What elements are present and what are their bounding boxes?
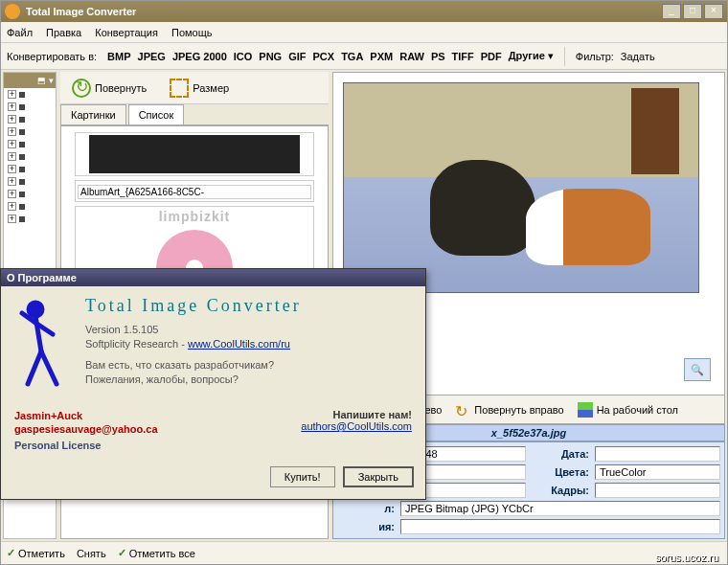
- list-item[interactable]: [75, 132, 314, 176]
- dialog-buttons: Купить! Закрыть: [1, 461, 425, 499]
- authors-link[interactable]: authors@CoolUtils.com: [301, 420, 412, 432]
- company-link[interactable]: www.CoolUtils.com/ru: [188, 338, 290, 350]
- feedback-line2: Пожелания, жалобы, вопросы?: [85, 373, 412, 385]
- write-us: Напишите нам! authors@CoolUtils.com: [301, 409, 412, 436]
- expand-icon[interactable]: +: [8, 90, 16, 99]
- stickman-icon: [14, 296, 72, 392]
- meta-frames-label: Кадры:: [532, 485, 589, 496]
- license-type: Personal License: [1, 440, 425, 461]
- folder-icon: [19, 167, 25, 172]
- expand-icon[interactable]: +: [8, 190, 16, 198]
- check-icon: ✓: [118, 547, 126, 559]
- tab-thumbnails[interactable]: Картинки: [60, 104, 126, 124]
- fmt-bmp[interactable]: BMP: [107, 51, 130, 62]
- dialog-text: Total Image Converter Version 1.5.105 So…: [85, 296, 412, 392]
- preview-image: [343, 82, 699, 293]
- format-toolbar: Конвертировать в: BMP JPEG JPEG 2000 ICO…: [1, 43, 727, 70]
- zoom-button[interactable]: 🔍: [684, 358, 711, 381]
- meta-value: TrueColor: [595, 464, 720, 480]
- close-button[interactable]: ×: [704, 4, 723, 19]
- about-dialog: О Программе Total Image Converter Versio…: [0, 268, 426, 500]
- expand-icon[interactable]: +: [8, 165, 16, 173]
- folder-icon: [19, 129, 25, 135]
- check-icon: ✓: [7, 547, 15, 559]
- expand-icon[interactable]: +: [8, 140, 16, 148]
- rotate-right-button[interactable]: Повернуть вправо: [455, 402, 563, 418]
- fmt-tiff[interactable]: TIFF: [452, 51, 474, 62]
- convert-label: Конвертировать в:: [7, 51, 97, 62]
- menu-file[interactable]: Файл: [7, 27, 33, 38]
- uncheck-button[interactable]: Снять: [77, 548, 106, 559]
- resize-button[interactable]: Размер: [164, 75, 235, 102]
- desktop-icon: [578, 402, 593, 418]
- fmt-jpeg[interactable]: JPEG: [138, 51, 166, 62]
- image-detail: [526, 189, 650, 265]
- registration-row: Jasmin+Auck gaspesiesauvage@yahoo.ca Нап…: [1, 401, 425, 440]
- app-icon: [5, 4, 20, 19]
- expand-icon[interactable]: +: [8, 202, 16, 211]
- company-line: Softplicity Research - www.CoolUtils.com…: [85, 338, 412, 350]
- expand-icon[interactable]: +: [8, 115, 16, 124]
- rotate-button[interactable]: Повернуть: [66, 75, 152, 102]
- set-desktop-button[interactable]: На рабочий стол: [578, 402, 678, 418]
- filter-label: Фильтр:: [576, 51, 614, 62]
- close-dialog-button[interactable]: Закрыть: [343, 466, 414, 487]
- svg-line-5: [41, 351, 57, 384]
- tree-header: ⬒ ▾: [4, 73, 56, 88]
- folder-icon: [19, 142, 25, 147]
- meta-value: [400, 519, 720, 534]
- expand-icon[interactable]: +: [8, 177, 16, 186]
- maximize-button[interactable]: □: [683, 4, 702, 19]
- fmt-raw[interactable]: RAW: [399, 51, 424, 62]
- folder-icon: [19, 104, 25, 110]
- separator: [564, 47, 565, 66]
- check-button[interactable]: ✓Отметить: [7, 547, 65, 559]
- meta-value: [595, 446, 720, 462]
- tab-list[interactable]: Список: [128, 104, 185, 124]
- filename-field[interactable]: [78, 185, 311, 199]
- folder-icon: [19, 204, 25, 210]
- svg-line-4: [28, 351, 41, 384]
- menu-help[interactable]: Помощь: [171, 27, 213, 38]
- status-footer: ✓Отметить Снять ✓Отметить все: [1, 541, 727, 564]
- fmt-jpeg2000[interactable]: JPEG 2000: [172, 51, 227, 62]
- window-buttons: _ □ ×: [662, 4, 723, 19]
- fmt-pdf[interactable]: PDF: [481, 51, 502, 62]
- dialog-body: Total Image Converter Version 1.5.105 So…: [1, 286, 425, 401]
- menu-convert[interactable]: Конвертация: [95, 27, 158, 38]
- dialog-title: О Программе: [1, 269, 425, 286]
- meta-value: [595, 483, 720, 498]
- titlebar: Total Image Converter _ □ ×: [1, 1, 727, 22]
- meta-file-label: л:: [337, 503, 395, 514]
- menubar: Файл Правка Конвертация Помощь: [1, 22, 727, 43]
- window-title: Total Image Converter: [26, 6, 662, 17]
- registered-to: Jasmin+Auck gaspesiesauvage@yahoo.ca: [14, 409, 158, 436]
- meta-value: JPEG Bitmap (JPG) YCbCr: [400, 501, 720, 516]
- image-detail: [631, 88, 679, 174]
- expand-icon[interactable]: +: [8, 102, 16, 111]
- thumbnail-label: limpbizkit: [78, 209, 311, 224]
- list-item[interactable]: [75, 180, 314, 202]
- resize-icon: [170, 79, 189, 98]
- set-filter[interactable]: Задать: [621, 51, 655, 62]
- rotate-icon: [72, 79, 91, 98]
- folder-icon: [19, 179, 25, 185]
- fmt-other[interactable]: Другие: [509, 50, 554, 62]
- expand-icon[interactable]: +: [8, 127, 16, 136]
- folder-icon: [19, 154, 25, 160]
- fmt-png[interactable]: PNG: [259, 51, 282, 62]
- fmt-pcx[interactable]: PCX: [313, 51, 335, 62]
- minimize-button[interactable]: _: [662, 4, 681, 19]
- fmt-ico[interactable]: ICO: [234, 51, 253, 62]
- fmt-gif[interactable]: GIF: [288, 51, 306, 62]
- expand-icon[interactable]: +: [8, 152, 16, 161]
- meta-compress-label: ия:: [337, 521, 395, 532]
- fmt-tga[interactable]: TGA: [341, 51, 363, 62]
- folder-icon: [19, 216, 25, 222]
- check-all-button[interactable]: ✓Отметить все: [118, 547, 195, 559]
- fmt-ps[interactable]: PS: [431, 51, 445, 62]
- buy-button[interactable]: Купить!: [270, 466, 335, 487]
- expand-icon[interactable]: +: [8, 215, 16, 223]
- fmt-pxm[interactable]: PXM: [370, 51, 393, 62]
- menu-edit[interactable]: Правка: [46, 27, 81, 38]
